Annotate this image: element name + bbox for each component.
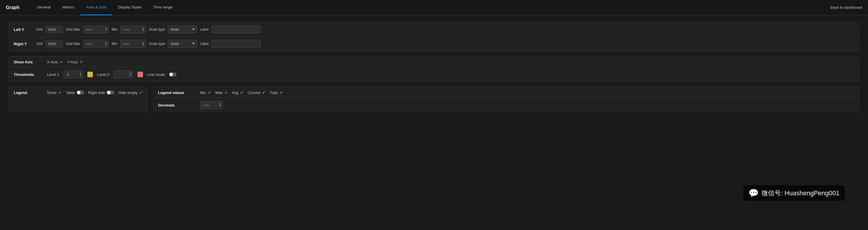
legend-hide-empty-check-icon[interactable]: ✔ bbox=[139, 90, 143, 95]
legend-right-side-toggle[interactable] bbox=[107, 90, 114, 94]
x-axis-label: X-Axis bbox=[47, 60, 58, 64]
left-y-grid-max-field[interactable] bbox=[83, 27, 104, 31]
tab-display-styles[interactable]: Display Styles bbox=[112, 0, 148, 15]
level2-input[interactable]: ▲ ▼ bbox=[113, 70, 133, 79]
right-y-min-arrows[interactable]: ▲ ▼ bbox=[141, 40, 146, 48]
arrow-down-icon[interactable]: ▼ bbox=[105, 29, 107, 32]
right-y-grid-max-input[interactable]: ▲ ▼ bbox=[83, 40, 109, 48]
left-y-min-label: Min bbox=[112, 27, 117, 31]
legend-right-side-group: Right side bbox=[88, 90, 115, 95]
show-axis-row: Show Axis X-Axis ✔ Y-Axis ✔ bbox=[9, 57, 859, 67]
avg-group: Avg ✔ bbox=[232, 90, 244, 95]
legend-table-group: Table bbox=[66, 90, 84, 95]
left-y-label: Left Y bbox=[14, 27, 33, 32]
tab-metrics[interactable]: Metrics bbox=[56, 0, 80, 15]
left-y-label-field-label: Label bbox=[200, 27, 208, 31]
max-group: Max ✔ bbox=[215, 90, 228, 95]
right-y-grid-max-label: Grid Max bbox=[66, 42, 80, 46]
left-y-min-field[interactable] bbox=[120, 27, 141, 31]
tab-axes-grid[interactable]: Axes & Grid bbox=[80, 0, 112, 15]
left-y-unit-label: Unit bbox=[36, 27, 42, 31]
legend-values-panel: Legend values Min ✔ Max ✔ Avg ✔ Current … bbox=[153, 87, 859, 112]
left-y-unit-value[interactable]: short bbox=[45, 26, 63, 33]
legend-show-group: Show ✔ bbox=[47, 90, 62, 95]
toggle-knob bbox=[77, 91, 81, 94]
current-group: Current ✔ bbox=[248, 90, 266, 95]
legend-table-toggle[interactable] bbox=[76, 90, 84, 94]
level2-field[interactable] bbox=[114, 73, 128, 77]
legend-row: Legend Show ✔ Table Right side bbox=[9, 87, 148, 98]
decimals-label: Decimals bbox=[158, 103, 196, 107]
level1-arrows[interactable]: ▲ ▼ bbox=[78, 70, 83, 78]
right-y-label: Right Y bbox=[14, 42, 33, 46]
arrow-down-icon[interactable]: ▼ bbox=[142, 44, 144, 46]
level2-arrows[interactable]: ▲ ▼ bbox=[128, 70, 133, 78]
right-y-scale-type-label: Scale type bbox=[149, 42, 165, 46]
max-check-icon[interactable]: ✔ bbox=[224, 90, 228, 95]
level1-input[interactable]: ▲ ▼ bbox=[63, 70, 83, 79]
arrow-down-icon[interactable]: ▼ bbox=[105, 44, 107, 46]
arrow-down-icon[interactable]: ▼ bbox=[142, 29, 144, 32]
right-y-grid-max-arrows[interactable]: ▲ ▼ bbox=[104, 40, 108, 48]
x-axis-check-icon[interactable]: ✔ bbox=[60, 60, 63, 64]
legend-table-label: Table bbox=[66, 90, 75, 95]
legend-show-check-icon[interactable]: ✔ bbox=[58, 90, 62, 95]
legend-controls: Legend Show ✔ Table Right side bbox=[9, 87, 148, 112]
left-y-grid-max-label: Grid Max bbox=[66, 27, 80, 31]
decimals-field[interactable] bbox=[200, 103, 218, 107]
x-axis-group: X-Axis ✔ bbox=[47, 60, 63, 64]
left-y-scale-type-select[interactable]: linear log bbox=[168, 25, 197, 34]
min-label: Min bbox=[200, 90, 206, 95]
thresholds-row: Thresholds Level 1 ▲ ▼ Level 2 ▲ ▼ Line … bbox=[9, 67, 859, 81]
level1-color-swatch[interactable] bbox=[87, 71, 93, 77]
legend-label: Legend bbox=[14, 90, 43, 95]
arrow-down-icon[interactable]: ▼ bbox=[129, 75, 132, 77]
avg-check-icon[interactable]: ✔ bbox=[240, 90, 244, 95]
wechat-icon: 💬 bbox=[748, 188, 759, 198]
arrow-down-icon[interactable]: ▼ bbox=[219, 105, 221, 107]
tab-time-range[interactable]: Time range bbox=[148, 0, 178, 15]
legend-values-row: Legend values Min ✔ Max ✔ Avg ✔ Current … bbox=[153, 87, 859, 98]
right-y-min-label: Min bbox=[112, 42, 117, 46]
left-y-min-input[interactable]: ▲ ▼ bbox=[120, 25, 146, 34]
y-axis-check-icon[interactable]: ✔ bbox=[80, 60, 83, 64]
min-check-icon[interactable]: ✔ bbox=[208, 90, 211, 95]
tab-general[interactable]: General bbox=[31, 0, 56, 15]
left-y-min-arrows[interactable]: ▲ ▼ bbox=[141, 26, 146, 33]
app-title: Graph bbox=[6, 5, 20, 10]
arrow-down-icon[interactable]: ▼ bbox=[79, 75, 82, 77]
avg-label: Avg bbox=[232, 90, 239, 95]
current-check-icon[interactable]: ✔ bbox=[262, 90, 266, 95]
left-y-grid-max-arrows[interactable]: ▲ ▼ bbox=[104, 26, 108, 33]
right-y-min-input[interactable]: ▲ ▼ bbox=[120, 40, 146, 48]
legend-section: Legend Show ✔ Table Right side bbox=[9, 87, 859, 112]
left-y-grid-max-input[interactable]: ▲ ▼ bbox=[83, 25, 109, 34]
y-axis-section: Left Y Unit short Grid Max ▲ ▼ Min ▲ ▼ S… bbox=[9, 22, 859, 51]
left-y-label-input[interactable] bbox=[212, 25, 260, 34]
right-y-grid-max-field[interactable] bbox=[83, 42, 104, 46]
level1-field[interactable] bbox=[64, 73, 78, 77]
top-navigation: Graph General Metrics Axes & Grid Displa… bbox=[0, 0, 868, 15]
decimals-arrows[interactable]: ▲ ▼ bbox=[218, 101, 222, 109]
line-mode-label: Line mode bbox=[147, 73, 165, 77]
total-check-icon[interactable]: ✔ bbox=[280, 90, 283, 95]
right-y-label-input[interactable] bbox=[212, 40, 260, 48]
legend-values-label: Legend values bbox=[158, 90, 196, 95]
back-to-dashboard-link[interactable]: Back to dashboard bbox=[831, 5, 862, 10]
right-y-min-field[interactable] bbox=[120, 42, 141, 46]
level1-label: Level 1 bbox=[47, 73, 59, 77]
current-label: Current bbox=[248, 90, 260, 95]
total-group: Total ✔ bbox=[270, 90, 283, 95]
min-group: Min ✔ bbox=[200, 90, 211, 95]
watermark-text: 微信号: HuashengPeng001 bbox=[762, 189, 839, 198]
decimals-input[interactable]: ▲ ▼ bbox=[200, 101, 223, 109]
toggle-knob bbox=[107, 91, 111, 94]
main-content: Left Y Unit short Grid Max ▲ ▼ Min ▲ ▼ S… bbox=[0, 15, 868, 125]
show-axis-label: Show Axis bbox=[14, 60, 43, 64]
axis-thresholds-section: Show Axis X-Axis ✔ Y-Axis ✔ Thresholds L… bbox=[9, 56, 859, 82]
right-y-scale-type-select[interactable]: linear log bbox=[168, 40, 197, 48]
line-mode-toggle[interactable] bbox=[169, 73, 177, 77]
right-y-unit-value[interactable]: short bbox=[45, 40, 63, 47]
level2-color-swatch[interactable] bbox=[137, 71, 143, 77]
max-label: Max bbox=[215, 90, 223, 95]
